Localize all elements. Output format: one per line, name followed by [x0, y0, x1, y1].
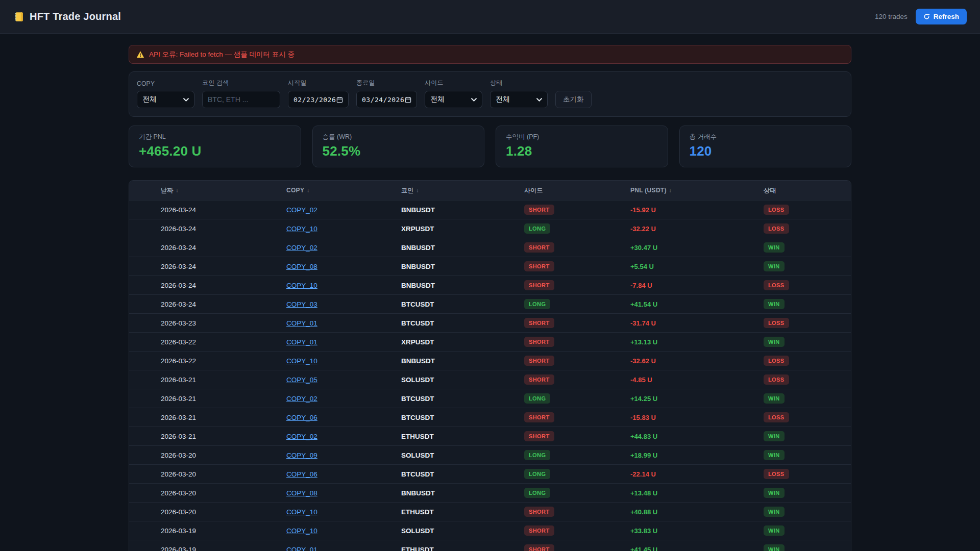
page: HFT Trade Journal 120 trades Refresh: [0, 0, 980, 551]
copy-link[interactable]: COPY_03: [286, 300, 317, 308]
trades-table: 날짜 ↕ COPY ↕ 코인 ↕ 사이드 PNL (USDT) ↕: [129, 180, 851, 551]
copy-link[interactable]: COPY_10: [286, 282, 317, 289]
copy-link[interactable]: COPY_01: [286, 319, 317, 327]
trade-coin: SOLUSDT: [401, 376, 524, 384]
reset-filters-button[interactable]: 초기화: [555, 91, 592, 108]
status-filter-select[interactable]: 전체: [490, 91, 548, 108]
trade-coin: XRPUSDT: [401, 338, 524, 346]
trade-date: 2026-03-24: [161, 282, 286, 289]
filter-coin-search: 코인 검색: [202, 79, 280, 108]
copy-filter-select[interactable]: 전체: [137, 91, 194, 108]
trade-pnl: +18.99 U: [630, 452, 764, 459]
copy-link[interactable]: COPY_06: [286, 414, 317, 421]
status-badge: WIN: [764, 242, 785, 253]
status-badge: LOSS: [764, 280, 789, 290]
table-row: 2026-03-21 COPY_05 SOLUSDT SHORT -4.85 U…: [129, 370, 851, 389]
table-row: 2026-03-24 COPY_08 BNBUSDT SHORT +5.54 U…: [129, 257, 851, 276]
chevron-down-icon: [183, 98, 189, 102]
trade-coin: BNBUSDT: [401, 357, 524, 365]
table-row: 2026-03-22 COPY_10 BNBUSDT SHORT -32.62 …: [129, 351, 851, 370]
trade-date: 2026-03-20: [161, 452, 286, 459]
stat-card-period-pnl: 기간 PNL +465.20 U: [129, 126, 301, 167]
side-badge: SHORT: [524, 261, 554, 271]
side-badge: LONG: [524, 299, 550, 309]
filter-copy: COPY 전체: [137, 80, 194, 108]
copy-link[interactable]: COPY_02: [286, 244, 317, 252]
side-badge: SHORT: [524, 507, 554, 517]
ledger-notebook-icon: [13, 11, 24, 22]
trade-pnl: +41.54 U: [630, 300, 764, 308]
trade-coin: BNBUSDT: [401, 489, 524, 497]
copy-link[interactable]: COPY_01: [286, 546, 317, 551]
trade-coin: ETHUSDT: [401, 508, 524, 516]
copy-link[interactable]: COPY_10: [286, 508, 317, 516]
filter-side: 사이드 전체: [425, 79, 482, 108]
status-badge: WIN: [764, 393, 785, 404]
table-row: 2026-03-24 COPY_03 BTCUSDT LONG +41.54 U…: [129, 294, 851, 313]
side-badge: SHORT: [524, 205, 554, 215]
copy-link[interactable]: COPY_09: [286, 452, 317, 459]
trade-date: 2026-03-21: [161, 376, 286, 384]
trade-pnl: +14.25 U: [630, 395, 764, 403]
column-header-pnl[interactable]: PNL (USDT) ↕: [630, 187, 764, 194]
stat-card-win-rate: 승률 (WR) 52.5%: [312, 126, 485, 167]
copy-link[interactable]: COPY_08: [286, 489, 317, 497]
table-row: 2026-03-20 COPY_08 BNBUSDT LONG +13.48 U…: [129, 483, 851, 502]
copy-link[interactable]: COPY_02: [286, 206, 317, 214]
trade-pnl: -7.84 U: [630, 282, 764, 289]
side-badge: LONG: [524, 393, 550, 404]
status-badge: WIN: [764, 507, 785, 517]
table-row: 2026-03-24 COPY_02 BNBUSDT SHORT +30.47 …: [129, 238, 851, 257]
trade-pnl: +41.45 U: [630, 546, 764, 551]
trade-coin: BNBUSDT: [401, 282, 524, 289]
trade-pnl: +33.83 U: [630, 527, 764, 535]
copy-link[interactable]: COPY_10: [286, 357, 317, 365]
status-badge: LOSS: [764, 356, 789, 366]
calendar-icon[interactable]: [405, 96, 411, 103]
trade-coin: BTCUSDT: [401, 470, 524, 478]
stat-value: +465.20 U: [139, 143, 291, 159]
status-badge: WIN: [764, 431, 785, 441]
column-header-date[interactable]: 날짜 ↕: [161, 186, 286, 195]
start-date-input[interactable]: 02/23/2026: [288, 91, 349, 108]
trade-pnl: +44.83 U: [630, 433, 764, 440]
side-filter-select[interactable]: 전체: [425, 91, 482, 108]
status-filter-value: 전체: [496, 95, 510, 104]
copy-link[interactable]: COPY_08: [286, 263, 317, 270]
status-badge: WIN: [764, 337, 785, 347]
trade-coin: BNBUSDT: [401, 263, 524, 270]
column-header-copy[interactable]: COPY ↕: [286, 187, 401, 194]
status-badge: WIN: [764, 525, 785, 536]
table-row: 2026-03-20 COPY_09 SOLUSDT LONG +18.99 U…: [129, 445, 851, 464]
side-badge: SHORT: [524, 431, 554, 441]
copy-link[interactable]: COPY_06: [286, 470, 317, 478]
end-date-input[interactable]: 03/24/2026: [356, 91, 417, 108]
side-badge: SHORT: [524, 412, 554, 422]
status-badge: LOSS: [764, 469, 789, 479]
trade-coin: BNBUSDT: [401, 206, 524, 214]
sort-icon: ↕: [176, 188, 179, 193]
status-badge: WIN: [764, 544, 785, 551]
status-badge: WIN: [764, 299, 785, 309]
side-badge: LONG: [524, 469, 550, 479]
page-title: HFT Trade Journal: [30, 11, 121, 22]
refresh-button[interactable]: Refresh: [916, 9, 967, 24]
side-badge: SHORT: [524, 525, 554, 536]
calendar-icon[interactable]: [336, 96, 343, 103]
table-body: 2026-03-24 COPY_02 BNBUSDT SHORT -15.92 …: [129, 200, 851, 551]
trade-pnl: -31.74 U: [630, 319, 764, 327]
side-badge: SHORT: [524, 337, 554, 347]
copy-link[interactable]: COPY_02: [286, 433, 317, 440]
copy-link[interactable]: COPY_10: [286, 225, 317, 233]
side-badge: SHORT: [524, 356, 554, 366]
copy-link[interactable]: COPY_01: [286, 338, 317, 346]
stat-value: 1.28: [506, 143, 658, 159]
trade-pnl: -32.22 U: [630, 225, 764, 233]
side-badge: SHORT: [524, 318, 554, 328]
coin-search-input[interactable]: [202, 91, 280, 108]
copy-link[interactable]: COPY_10: [286, 527, 317, 535]
trade-date: 2026-03-24: [161, 206, 286, 214]
copy-link[interactable]: COPY_02: [286, 395, 317, 403]
copy-link[interactable]: COPY_05: [286, 376, 317, 384]
column-header-coin[interactable]: 코인 ↕: [401, 186, 524, 195]
